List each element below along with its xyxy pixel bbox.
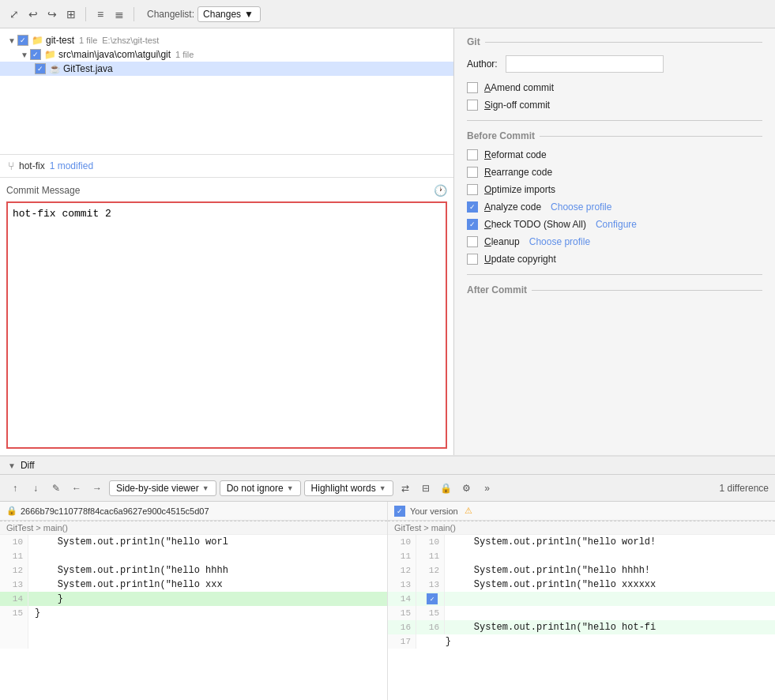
move-icon[interactable]: ⤢: [6, 6, 22, 22]
java-file-icon: ☕: [48, 62, 61, 75]
diff-left-panel: 🔒 2666b79c110778f84cac6a9627e900c4515c5d…: [0, 502, 388, 700]
signoff-commit-checkbox[interactable]: [467, 100, 478, 111]
diff-right-breadcrumb-text: GitTest > main(): [394, 523, 456, 533]
expand-icon[interactable]: ≡: [92, 6, 108, 22]
tree-file-item[interactable]: ✓ ☕ GitTest.java: [0, 62, 453, 76]
diff-toolbar: ↑ ↓ ✎ ← → Side-by-side viewer ▼ Do not i…: [0, 475, 775, 502]
left-panel: ▼ ✓ 📁 git-test 1 file E:\zhsz\git-test ▼…: [0, 28, 454, 455]
diff-next-btn[interactable]: →: [88, 480, 106, 497]
diff-count: 1 difference: [720, 483, 769, 494]
ignore-dropdown[interactable]: Do not ignore ▼: [220, 480, 301, 496]
changelist-arrow-icon: ▼: [244, 9, 254, 20]
diff-left-code[interactable]: 10 System.out.println("hello worl 11 12 …: [0, 535, 387, 700]
reformat-label: Reformat code: [484, 149, 547, 160]
highlight-arrow-icon: ▼: [379, 484, 386, 492]
check-todo-checkbox[interactable]: [467, 219, 478, 230]
before-commit-title: Before Commit: [467, 130, 762, 141]
content-area: ▼ ✓ 📁 git-test 1 file E:\zhsz\git-test ▼…: [0, 28, 775, 455]
rearrange-checkbox[interactable]: [467, 167, 478, 178]
changelist-dropdown[interactable]: Changes ▼: [198, 6, 261, 22]
update-copyright-checkbox[interactable]: [467, 254, 478, 265]
diff-gear-btn[interactable]: ⚙: [458, 480, 476, 497]
main-container: ⤢ ↩ ↪ ⊞ ≡ ≣ Changelist: Changes ▼ ▼ ✓ 📁 …: [0, 0, 775, 700]
diff-left-breadcrumb: GitTest > main(): [0, 521, 387, 535]
viewer-dropdown[interactable]: Side-by-side viewer ▼: [109, 480, 216, 496]
collapse-icon[interactable]: ≣: [111, 6, 127, 22]
diff-line: 15 }: [0, 606, 387, 620]
diff-left-breadcrumb-text: GitTest > main(): [6, 523, 68, 533]
analyze-link[interactable]: Choose profile: [551, 201, 611, 213]
diff-line: 17 }: [388, 634, 775, 649]
diff-more-btn[interactable]: »: [479, 480, 496, 497]
cleanup-checkbox[interactable]: [467, 236, 478, 247]
tree-expand-arrow-2: ▼: [19, 49, 30, 60]
diff-edit-btn[interactable]: ✎: [47, 480, 65, 497]
diff-line: 10 System.out.println("hello worl: [0, 535, 387, 549]
update-copyright-row: Update copyright: [467, 254, 762, 265]
diff-line: 13 System.out.println("hello xxx: [0, 578, 387, 592]
diff-title-label: Diff: [21, 460, 35, 471]
undo-icon[interactable]: ↩: [25, 6, 41, 22]
file-tree: ▼ ✓ 📁 git-test 1 file E:\zhsz\git-test ▼…: [0, 28, 453, 155]
check-todo-row: Check TODO (Show All) Configure: [467, 219, 762, 230]
optimize-checkbox[interactable]: [467, 184, 478, 195]
signoff-commit-label: Sign-off commit: [484, 100, 550, 111]
version-checkbox[interactable]: ✓: [394, 506, 405, 517]
diff-left-header: 🔒 2666b79c110778f84cac6a9627e900c4515c5d…: [0, 502, 387, 521]
ignore-arrow-icon: ▼: [287, 484, 294, 492]
changelist-value: Changes: [203, 9, 241, 20]
analyze-label: Analyze code: [484, 201, 541, 213]
diff-right-header: ✓ Your version ⚠: [388, 502, 775, 521]
cleanup-row: Cleanup Choose profile: [467, 236, 762, 247]
reformat-checkbox[interactable]: [467, 149, 478, 160]
rearrange-row: Rearrange code: [467, 167, 762, 178]
diff-line: [0, 620, 387, 634]
analyze-checkbox[interactable]: [467, 201, 478, 213]
right-panel: Git Author: AAmend commit Sign-off commi…: [454, 28, 775, 455]
redo-icon[interactable]: ↪: [44, 6, 60, 22]
root-checkbox[interactable]: ✓: [17, 35, 28, 46]
amend-commit-checkbox[interactable]: [467, 82, 478, 93]
commit-message-header: Commit Message 🕐: [6, 184, 447, 197]
update-copyright-label: Update copyright: [484, 254, 556, 265]
clock-icon[interactable]: 🕐: [434, 184, 447, 197]
tree-root-item[interactable]: ▼ ✓ 📁 git-test 1 file E:\zhsz\git-test: [0, 33, 453, 47]
diff-line: 12 System.out.println("hello hhhh: [0, 563, 387, 578]
divider-2: [467, 274, 762, 275]
branch-info: ⑂ hot-fix 1 modified: [0, 155, 453, 178]
layout-icon[interactable]: ⊞: [63, 6, 79, 22]
toolbar: ⤢ ↩ ↪ ⊞ ≡ ≣ Changelist: Changes ▼: [0, 0, 775, 28]
diff-down-btn[interactable]: ↓: [27, 480, 44, 497]
check-todo-link[interactable]: Configure: [596, 219, 637, 230]
diff-line: 12 12 System.out.println("hello hhhh!: [388, 563, 775, 578]
amend-commit-label: AAmend commit: [484, 82, 554, 93]
diff-up-btn[interactable]: ↑: [6, 480, 24, 497]
author-label: Author:: [467, 58, 498, 70]
viewer-label: Side-by-side viewer: [116, 483, 199, 494]
diff-prev-btn[interactable]: ←: [68, 480, 85, 497]
diff-line: 11 11: [388, 549, 775, 563]
diff-lock-btn[interactable]: 🔒: [438, 480, 455, 497]
diff-line: 15 15: [388, 606, 775, 620]
folder-checkbox[interactable]: ✓: [30, 49, 41, 60]
diff-settings-btn[interactable]: ⇄: [397, 480, 414, 497]
branch-status: 1 modified: [50, 160, 93, 171]
file-label: GitTest.java: [63, 63, 113, 74]
check-todo-label: Check TODO (Show All): [484, 219, 586, 230]
highlight-dropdown[interactable]: Highlight words ▼: [304, 480, 393, 496]
file-checkbox[interactable]: ✓: [35, 63, 46, 74]
diff-line: 10 10 System.out.println("hello world!: [388, 535, 775, 549]
cleanup-link[interactable]: Choose profile: [529, 236, 590, 247]
diff-right-breadcrumb: GitTest > main(): [388, 521, 775, 535]
commit-message-input[interactable]: hot-fix commit 2: [6, 201, 447, 449]
diff-content: 🔒 2666b79c110778f84cac6a9627e900c4515c5d…: [0, 502, 775, 700]
diff-collapse-arrow[interactable]: ▼: [8, 461, 16, 470]
diff-collapse-btn[interactable]: ⊟: [417, 480, 435, 497]
author-input[interactable]: [506, 55, 664, 73]
toolbar-separator: [85, 7, 86, 21]
diff-line-checkbox[interactable]: ✓: [427, 593, 438, 604]
rearrange-label: Rearrange code: [484, 167, 552, 178]
signoff-commit-row: Sign-off commit: [467, 100, 762, 111]
diff-right-code[interactable]: 10 10 System.out.println("hello world! 1…: [388, 535, 775, 700]
tree-folder-item[interactable]: ▼ ✓ 📁 src\main\java\com\atgui\git 1 file: [0, 47, 453, 62]
